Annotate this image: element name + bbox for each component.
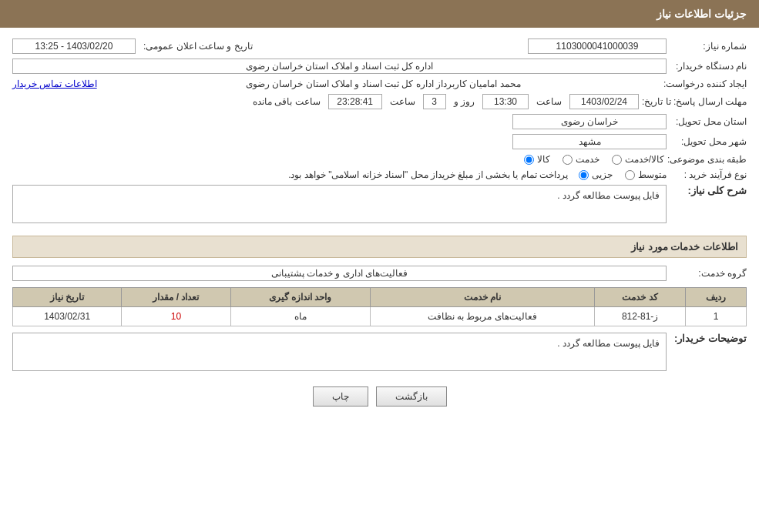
announce-date-label: تاریخ و ساعت اعلان عمومی: <box>139 41 253 52</box>
radio-motavasset: متوسط <box>625 169 667 180</box>
reply-deadline-label: مهلت ارسال پاسخ: تا تاریخ: <box>642 96 747 107</box>
creator-row: ایجاد کننده درخواست: محمد امامیان کاربرد… <box>12 79 747 89</box>
services-table: ردیف کد خدمت نام خدمت واحد اندازه گیری ت… <box>12 287 747 326</box>
need-number-label: شماره نیاز: <box>670 41 747 52</box>
general-desc-row: شرح کلی نیاز: فایل پیوست مطالعه گردد . <box>12 185 747 229</box>
reply-deadline-row: مهلت ارسال پاسخ: تا تاریخ: 1403/02/24 سا… <box>12 94 747 109</box>
cell-service-name: فعالیت‌های مربوط به نظافت <box>370 307 595 326</box>
process-row: نوع فرآیند خرید : متوسط جزیی پرداخت تمام… <box>12 169 747 180</box>
bottom-buttons: بازگشت چاپ <box>12 386 747 407</box>
cell-service-code: ز-81-812 <box>595 307 686 326</box>
print-button[interactable]: چاپ <box>313 386 368 407</box>
city-value: مشهد <box>512 134 667 149</box>
general-desc-value: فایل پیوست مطالعه گردد . <box>557 190 660 201</box>
radio-kala-label: کالا <box>537 154 550 165</box>
remaining-time: 23:28:41 <box>328 94 382 109</box>
process-label: نوع فرآیند خرید : <box>670 169 747 180</box>
col-header-quantity: تعداد / مقدار <box>122 288 230 307</box>
buyer-desc-box: فایل پیوست مطالعه گردد . <box>12 333 667 371</box>
city-label: شهر محل تحویل: <box>670 136 747 147</box>
general-desc-section-label: شرح کلی نیاز: <box>670 185 747 196</box>
city-row: شهر محل تحویل: مشهد <box>12 134 747 149</box>
buyer-org-value: اداره کل ثبت اسناد و املاک استان خراسان … <box>12 59 667 74</box>
buyer-desc-section-label: توضیحات خریدار: <box>670 333 747 344</box>
category-row: طبقه بندی موضوعی: کالا/خدمت خدمت کالا <box>12 154 747 165</box>
cell-unit: ماه <box>230 307 370 326</box>
radio-khedmat: خدمت <box>563 154 599 165</box>
radio-jozi-input[interactable] <box>579 170 589 180</box>
remaining-days: 3 <box>423 94 446 109</box>
creator-contact-link[interactable]: اطلاعات تماس خریدار <box>12 79 97 89</box>
radio-motavasset-label: متوسط <box>638 169 667 180</box>
reply-time-label: ساعت <box>536 96 562 107</box>
process-description: پرداخت تمام یا بخشی از مبلغ خریداز محل "… <box>288 169 568 180</box>
service-group-value: فعالیت‌های اداری و خدمات پشتیبانی <box>12 266 667 281</box>
radio-motavasset-input[interactable] <box>625 170 635 180</box>
announce-date-value: 1403/02/20 - 13:25 <box>12 38 136 54</box>
page-container: جزئیات اطلاعات نیاز شماره نیاز: 11030000… <box>0 0 759 532</box>
process-radio-group: متوسط جزیی <box>579 169 667 180</box>
radio-kala-khedmat: کالا/خدمت <box>612 154 664 165</box>
services-section-title: اطلاعات خدمات مورد نیاز <box>12 236 747 258</box>
page-title: جزئیات اطلاعات نیاز <box>657 8 747 20</box>
category-label: طبقه بندی موضوعی: <box>667 154 747 165</box>
col-header-date: تاریخ نیاز <box>13 288 122 307</box>
buyer-org-label: نام دستگاه خریدار: <box>670 61 747 72</box>
col-header-row-num: ردیف <box>686 288 747 307</box>
province-row: استان محل تحویل: خراسان رضوی <box>12 114 747 129</box>
main-content: شماره نیاز: 1103000041000039 تاریخ و ساع… <box>0 28 759 427</box>
radio-jozi: جزیی <box>579 169 613 180</box>
col-header-unit: واحد اندازه گیری <box>230 288 370 307</box>
radio-khedmat-input[interactable] <box>563 155 573 165</box>
creator-value: محمد امامیان کاربرداز اداره کل ثبت اسناد… <box>106 79 660 89</box>
reply-date-value: 1403/02/24 <box>569 94 639 109</box>
reply-time-value: 13:30 <box>482 94 529 109</box>
buyer-desc-value: فایل پیوست مطالعه گردد . <box>557 338 660 349</box>
col-header-service-code: کد خدمت <box>595 288 686 307</box>
remaining-label: روز و <box>454 96 475 107</box>
col-header-service-name: نام خدمت <box>370 288 595 307</box>
cell-row-num: 1 <box>686 307 747 326</box>
service-group-label: گروه خدمت: <box>670 268 747 279</box>
radio-kala-input[interactable] <box>524 155 534 165</box>
page-header: جزئیات اطلاعات نیاز <box>0 0 759 28</box>
cell-quantity: 10 <box>122 307 230 326</box>
radio-kala-khedmat-label: کالا/خدمت <box>625 154 664 165</box>
province-value: خراسان رضوی <box>512 114 667 129</box>
back-button[interactable]: بازگشت <box>376 386 447 407</box>
creator-label: ایجاد کننده درخواست: <box>663 79 747 89</box>
remaining-time-label: ساعت <box>390 96 415 107</box>
buyer-org-row: نام دستگاه خریدار: اداره کل ثبت اسناد و … <box>12 59 747 74</box>
radio-khedmat-label: خدمت <box>576 154 599 165</box>
radio-kala-khedmat-input[interactable] <box>612 155 622 165</box>
radio-kala: کالا <box>524 154 550 165</box>
service-group-row: گروه خدمت: فعالیت‌های اداری و خدمات پشتی… <box>12 266 747 281</box>
category-radio-group: کالا/خدمت خدمت کالا <box>524 154 664 165</box>
cell-date: 1403/02/31 <box>13 307 122 326</box>
table-row: 1 ز-81-812 فعالیت‌های مربوط به نظافت ماه… <box>13 307 747 326</box>
need-number-row: شماره نیاز: 1103000041000039 تاریخ و ساع… <box>12 38 747 54</box>
radio-jozi-label: جزیی <box>592 169 613 180</box>
need-number-value: 1103000041000039 <box>528 38 667 54</box>
province-label: استان محل تحویل: <box>670 116 747 127</box>
buyer-desc-row: توضیحات خریدار: فایل پیوست مطالعه گردد . <box>12 333 747 377</box>
general-desc-box: فایل پیوست مطالعه گردد . <box>12 185 667 223</box>
remaining-suffix: ساعت باقی مانده <box>253 96 321 107</box>
